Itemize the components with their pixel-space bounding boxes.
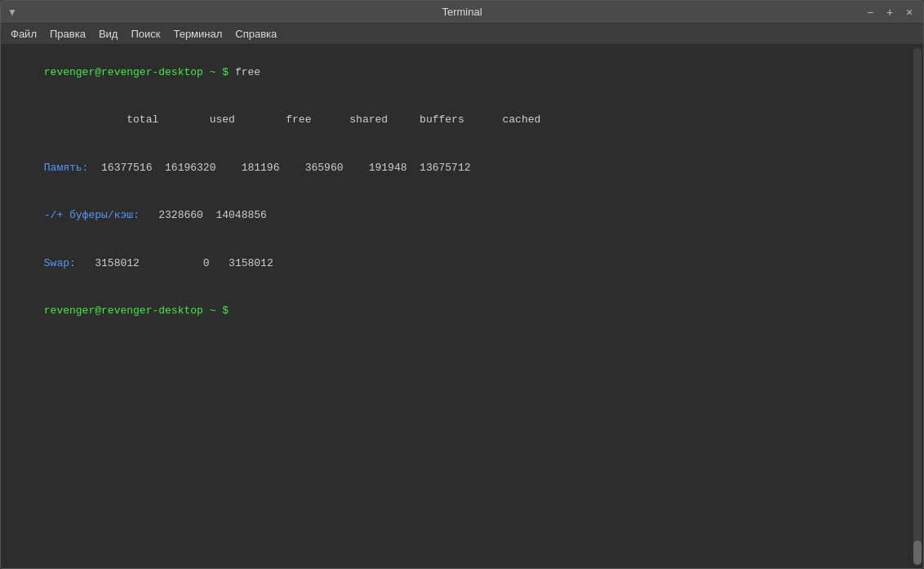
bufcache-label: -/+ буферы/кэш: — [44, 209, 140, 221]
menu-item-вид[interactable]: Вид — [92, 26, 125, 42]
swap-used: 0 — [140, 257, 210, 269]
prompt2-suffix: ~ $ — [203, 305, 235, 317]
menu-item-справка[interactable]: Справка — [229, 26, 283, 42]
mem-shared: 365960 — [279, 162, 343, 174]
mem-buffers: 191948 — [343, 162, 406, 174]
free-header-text: total used free shared buffers cached — [44, 113, 541, 126]
title-bar-arrow-icon: ▼ — [7, 7, 17, 18]
menu-item-правка[interactable]: Правка — [43, 26, 92, 42]
prompt1-user: revenger@revenger-desktop — [44, 66, 203, 78]
terminal-window: ▼ Terminal − + × ФайлПравкаВидПоискТерми… — [0, 0, 924, 569]
menu-item-терминал[interactable]: Терминал — [167, 26, 229, 42]
title-bar-controls: − + × — [863, 5, 917, 20]
minimize-button[interactable]: − — [863, 5, 877, 20]
prompt1-suffix: ~ $ — [203, 66, 235, 78]
terminal-content[interactable]: revenger@revenger-desktop ~ $ free total… — [1, 45, 923, 568]
mem-used: 16196320 — [152, 162, 215, 174]
bufcache-free: 14048856 — [203, 209, 267, 221]
bufcache-used: 2328660 — [140, 209, 203, 221]
swap-free: 3158012 — [210, 257, 273, 269]
menu-item-поиск[interactable]: Поиск — [124, 26, 167, 42]
scrollbar-thumb[interactable] — [913, 540, 922, 565]
mem-free: 181196 — [215, 162, 279, 174]
mem-total: 16377516 — [88, 162, 152, 174]
free-header: total used free shared buffers cached — [6, 96, 918, 144]
swap-label: Swap: — [44, 257, 76, 269]
title-bar-left: ▼ — [7, 7, 20, 18]
command-line: revenger@revenger-desktop ~ $ free — [6, 48, 918, 96]
mem-cached: 13675712 — [407, 162, 471, 174]
menu-item-файл[interactable]: Файл — [4, 26, 43, 42]
title-bar: ▼ Terminal − + × — [1, 1, 923, 24]
maximize-button[interactable]: + — [882, 5, 897, 20]
swap-row: Swap: 3158012 0 3158012 — [6, 239, 918, 287]
window-title: Terminal — [442, 6, 482, 18]
close-button[interactable]: × — [902, 5, 917, 20]
bufcache-row: -/+ буферы/кэш: 2328660 14048856 — [6, 192, 918, 240]
swap-total: 3158012 — [76, 257, 140, 269]
mem-row: Память: 16377516 16196320 181196 365960 … — [6, 144, 918, 192]
menu-bar: ФайлПравкаВидПоискТерминалСправка — [1, 24, 923, 45]
command1: free — [235, 66, 260, 78]
mem-label: Память: — [44, 162, 89, 174]
scrollbar[interactable] — [913, 48, 922, 565]
prompt2-line: revenger@revenger-desktop ~ $ — [6, 287, 918, 336]
prompt2-user: revenger@revenger-desktop — [44, 305, 203, 317]
